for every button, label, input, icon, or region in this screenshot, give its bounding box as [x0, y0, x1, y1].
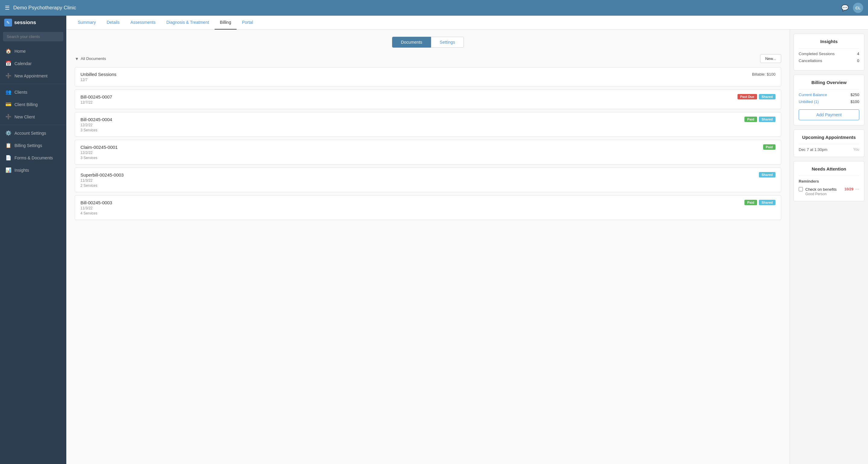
- doc-badges: Paid Shared: [744, 200, 775, 205]
- forms-icon: 📄: [5, 155, 11, 161]
- doc-card-claim-0001[interactable]: Claim-00245-0001 Paid 12/2/22 3 Services: [75, 140, 781, 164]
- doc-date: 11/3/22: [81, 206, 775, 210]
- sidebar: ✎ sessions 🏠 Home 📅 Calendar ➕ New Appoi…: [0, 16, 66, 464]
- doc-card-bill-0007[interactable]: Bill-00245-0007 Past Due Shared 12/7/22: [75, 90, 781, 109]
- completed-sessions-value: 4: [857, 52, 859, 56]
- tab-diagnosis-treatment[interactable]: Diagnosis & Treatment: [161, 16, 215, 30]
- right-panel: Insights Completed Sessions 4 Cancellati…: [789, 30, 868, 464]
- completed-sessions-row: Completed Sessions 4: [799, 52, 859, 56]
- doc-title: Unbilled Sessions: [81, 72, 116, 77]
- insights-title: Insights: [799, 39, 859, 44]
- doc-title: Superbill-00245-0003: [81, 172, 124, 178]
- calendar-icon: 📅: [5, 61, 11, 66]
- tab-portal[interactable]: Portal: [237, 16, 258, 30]
- sidebar-item-insights[interactable]: 📊 Insights: [0, 164, 66, 176]
- filter-bar: ▼ All Documents New...: [75, 54, 781, 63]
- tab-billing[interactable]: Billing: [215, 16, 237, 30]
- sidebar-nav: 🏠 Home 📅 Calendar ➕ New Appointment 👥 Cl…: [0, 45, 66, 464]
- doc-card-superbill-0003[interactable]: Superbill-00245-0003 Shared 11/3/22 2 Se…: [75, 167, 781, 192]
- needs-attention-card: Needs Attention Reminders Check on benef…: [794, 161, 864, 201]
- reminder-date: 10/29: [844, 187, 854, 191]
- reminder-content: Check on benefits 10/29 ··· Good Person: [805, 186, 859, 196]
- sidebar-item-new-appointment[interactable]: ➕ New Appointment: [0, 70, 66, 82]
- plus-icon: ➕: [5, 73, 11, 79]
- hamburger-icon[interactable]: ☰: [5, 4, 10, 11]
- doc-badges: Past Due Shared: [738, 94, 775, 99]
- tab-assessments[interactable]: Assessments: [125, 16, 161, 30]
- settings-icon: ⚙️: [5, 130, 11, 136]
- badge-shared: Shared: [759, 172, 775, 178]
- cancellations-row: Cancellations 0: [799, 58, 859, 63]
- doc-card-bill-0004[interactable]: Bill-00245-0004 Paid Shared 12/2/22 3 Se…: [75, 112, 781, 137]
- doc-services: 3 Services: [81, 128, 775, 132]
- unbilled-label[interactable]: Unbilled (1): [799, 99, 818, 104]
- sidebar-item-label: Calendar: [14, 61, 32, 66]
- upcoming-appointments-card: Upcoming Appointments Dec 7 at 1:30pm Yo…: [794, 129, 864, 157]
- reminder-item: Check on benefits 10/29 ··· Good Person: [799, 186, 859, 196]
- sidebar-item-account-settings[interactable]: ⚙️ Account Settings: [0, 127, 66, 139]
- sidebar-divider-2: [0, 125, 66, 125]
- filter-text: All Documents: [81, 56, 106, 61]
- reminder-checkbox[interactable]: [799, 187, 803, 191]
- sidebar-item-billing-settings[interactable]: 📋 Billing Settings: [0, 139, 66, 152]
- reminder-more-icon[interactable]: ···: [855, 186, 859, 192]
- main-content: Documents Settings ▼ All Documents New..…: [66, 30, 868, 464]
- doc-title: Bill-00245-0007: [81, 94, 112, 99]
- reminder-name: Check on benefits: [805, 187, 837, 192]
- upcoming-appointment-row: Dec 7 at 1:30pm You: [799, 147, 859, 152]
- insights-icon: 📊: [5, 167, 11, 173]
- doc-date: 12/7: [81, 78, 775, 82]
- doc-date: 12/2/22: [81, 123, 775, 127]
- new-client-icon: ➕: [5, 114, 11, 120]
- current-balance-row: Current Balance $250: [799, 93, 859, 97]
- top-header: ☰ Demo Psychotherapy Clinic 💬 CL: [0, 0, 868, 16]
- tab-summary[interactable]: Summary: [72, 16, 101, 30]
- divider: [799, 176, 859, 176]
- sidebar-item-calendar[interactable]: 📅 Calendar: [0, 57, 66, 70]
- billing-overview-title: Billing Overview: [799, 80, 859, 85]
- home-icon: 🏠: [5, 48, 11, 54]
- doc-date: 12/2/22: [81, 151, 775, 155]
- badge-shared: Shared: [759, 94, 775, 99]
- sidebar-item-label: New Client: [14, 115, 35, 119]
- logo-text: sessions: [14, 20, 36, 26]
- sidebar-item-label: Home: [14, 49, 26, 54]
- sidebar-item-label: Insights: [14, 168, 29, 173]
- new-button[interactable]: New...: [760, 54, 781, 63]
- reminder-sub: Good Person: [805, 192, 859, 196]
- billing-overview-card: Billing Overview Current Balance $250 Un…: [794, 75, 864, 125]
- doc-badges: Paid Shared: [744, 117, 775, 122]
- sidebar-item-clients[interactable]: 👥 Clients: [0, 86, 66, 98]
- completed-sessions-label: Completed Sessions: [799, 52, 835, 56]
- sidebar-item-new-client[interactable]: ➕ New Client: [0, 111, 66, 123]
- sidebar-item-client-billing[interactable]: 💳 Client Billing: [0, 98, 66, 111]
- cancellations-value: 0: [857, 58, 859, 63]
- unbilled-row: Unbilled (1) $100: [799, 99, 859, 104]
- doc-services: 2 Services: [81, 184, 775, 188]
- doc-card-bill-0003[interactable]: Bill-00245-0003 Paid Shared 11/3/22 4 Se…: [75, 195, 781, 220]
- clients-icon: 👥: [5, 89, 11, 95]
- sidebar-item-label: Forms & Documents: [14, 155, 53, 160]
- doc-card-unbilled[interactable]: Unbilled Sessions Billable: $100 12/7: [75, 67, 781, 87]
- sidebar-item-home[interactable]: 🏠 Home: [0, 45, 66, 57]
- doc-services: 3 Services: [81, 156, 775, 160]
- avatar[interactable]: CL: [853, 3, 863, 13]
- search-input[interactable]: [3, 32, 63, 41]
- clinic-name: Demo Psychotherapy Clinic: [13, 5, 841, 11]
- sub-tabs: Documents Settings: [75, 37, 781, 48]
- sidebar-item-label: Account Settings: [14, 131, 46, 135]
- insights-card: Insights Completed Sessions 4 Cancellati…: [794, 34, 864, 70]
- tab-details[interactable]: Details: [101, 16, 125, 30]
- sub-tab-documents[interactable]: Documents: [392, 37, 431, 48]
- badge-paid: Paid: [744, 117, 757, 122]
- billing-icon: 💳: [5, 101, 11, 107]
- add-payment-button[interactable]: Add Payment: [799, 110, 859, 120]
- upcoming-date: Dec 7 at 1:30pm: [799, 147, 827, 152]
- current-balance-label[interactable]: Current Balance: [799, 93, 827, 97]
- sub-tab-settings[interactable]: Settings: [431, 37, 464, 48]
- sidebar-item-forms-documents[interactable]: 📄 Forms & Documents: [0, 152, 66, 164]
- cancellations-label: Cancellations: [799, 58, 822, 63]
- chat-icon[interactable]: 💬: [841, 4, 849, 11]
- badge-shared: Shared: [759, 200, 775, 205]
- doc-badges: Paid: [763, 144, 775, 150]
